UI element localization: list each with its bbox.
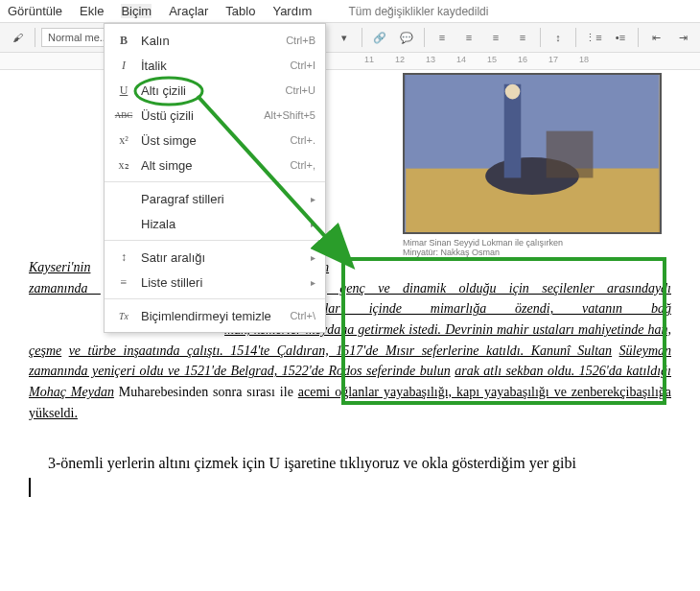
ruler-mark: 13 [426, 55, 435, 64]
menu-item-label: Alt simge [141, 158, 290, 173]
line-spacing-icon[interactable]: ↕ [547, 26, 570, 49]
ruler-mark: 17 [548, 55, 558, 64]
ruler-mark: 14 [456, 55, 466, 64]
bulleted-list-icon[interactable]: •≡ [609, 26, 632, 49]
image-caption: Mimar Sinan Seyyid Lokman ile çalışırken… [403, 236, 662, 259]
svg-rect-0 [406, 75, 659, 169]
menu-item-shortcut: Ctrl+, [290, 159, 315, 171]
menu-item-label: İtalik [141, 59, 290, 73]
menu-item-icon: x² [114, 133, 133, 148]
menubar: Görüntüle Ekle Biçim Araçlar Tablo Yardı… [0, 0, 700, 22]
ruler-mark: 11 [364, 55, 374, 64]
menu-item-shortcut: Ctrl+\ [290, 310, 315, 321]
align-right-icon[interactable]: ≡ [484, 26, 507, 49]
menu-item-label: Paragraf stilleri [141, 192, 305, 206]
submenu-arrow-icon: ▸ [311, 219, 315, 229]
format-dropdown: BKalınCtrl+BIİtalikCtrl+IUAltı çiziliCtr… [104, 23, 326, 333]
outdent-icon[interactable]: ⇤ [644, 26, 667, 49]
highlight-color-icon[interactable]: ▾ [333, 26, 356, 49]
ruler-mark: 18 [579, 55, 589, 64]
menu-item-label: Üstü çizili [141, 108, 264, 123]
numbered-list-icon[interactable]: ⋮≡ [582, 26, 605, 49]
ruler-mark: 12 [395, 55, 405, 64]
menu-item-label: Hizala [141, 217, 305, 231]
menu-divider [105, 298, 325, 299]
menu-insert[interactable]: Ekle [80, 4, 104, 18]
menu-format[interactable]: Biçim [121, 4, 152, 18]
menu-item-satır-aralığı[interactable]: ↕Satır aralığı▸ [105, 245, 325, 270]
menu-item-shortcut: Ctrl+B [286, 35, 315, 46]
menu-item-label: Altı çizili [141, 83, 286, 98]
menu-item-label: Satır aralığı [141, 250, 305, 265]
text-cursor [29, 478, 31, 497]
miniature-illustration [405, 75, 660, 232]
menu-item-icon: x₂ [114, 158, 133, 173]
submenu-arrow-icon: ▸ [311, 252, 315, 263]
menu-view[interactable]: Görüntüle [8, 4, 62, 18]
menu-item-shortcut: Ctrl+I [290, 59, 315, 71]
menu-item-icon: ABC [114, 110, 133, 120]
menu-item-shortcut: Alt+Shift+5 [264, 109, 315, 121]
menu-item-liste-stilleri[interactable]: ≡Liste stilleri▸ [105, 270, 325, 295]
link-icon[interactable]: 🔗 [368, 26, 391, 49]
menu-table[interactable]: Tablo [225, 4, 255, 18]
menu-item-paragraf-stilleri[interactable]: Paragraf stilleri▸ [105, 186, 325, 211]
menu-item-kalın[interactable]: BKalınCtrl+B [105, 28, 325, 53]
menu-item-icon: I [114, 59, 133, 73]
svg-rect-5 [547, 131, 594, 178]
menu-item-label: Kalın [141, 34, 286, 48]
menu-item-hizala[interactable]: Hizala▸ [105, 211, 325, 236]
menu-item-label: Üst simge [141, 133, 290, 148]
menu-item-icon: ↕ [114, 250, 133, 265]
menu-item-icon: U [114, 83, 133, 98]
menu-item-shortcut: Ctrl+. [290, 134, 315, 146]
menu-tools[interactable]: Araçlar [169, 4, 208, 18]
save-status: Tüm değişiklikler kaydedildi [348, 5, 488, 18]
menu-item-icon: Tx [114, 311, 133, 321]
menu-item-biçimlendirmeyi-temizle[interactable]: TxBiçimlendirmeyi temizleCtrl+\ [105, 303, 325, 328]
submenu-arrow-icon: ▸ [311, 194, 315, 204]
comment-icon[interactable]: 💬 [395, 26, 418, 49]
submenu-arrow-icon: ▸ [311, 277, 315, 288]
menu-item-icon: B [114, 34, 133, 48]
align-center-icon[interactable]: ≡ [457, 26, 480, 49]
align-justify-icon[interactable]: ≡ [511, 26, 534, 49]
menu-divider [105, 240, 325, 241]
menu-item-label: Liste stilleri [141, 275, 305, 290]
menu-item-shortcut: Ctrl+U [286, 84, 315, 96]
document-paragraph-2[interactable]: 3-önemli yerlerin altını çizmek için U i… [48, 449, 662, 478]
menu-item-label: Biçimlendirmeyi temizle [141, 309, 290, 323]
menu-item-üst-simge[interactable]: x²Üst simgeCtrl+. [105, 128, 325, 153]
align-left-icon[interactable]: ≡ [431, 26, 454, 49]
menu-item-üstü-çizili[interactable]: ABCÜstü çiziliAlt+Shift+5 [105, 103, 325, 128]
indent-icon[interactable]: ⇥ [671, 26, 694, 49]
menu-item-alt-simge[interactable]: x₂Alt simgeCtrl+, [105, 153, 325, 177]
menu-divider [105, 181, 325, 182]
document-image [403, 73, 662, 234]
svg-point-4 [505, 84, 521, 100]
menu-help[interactable]: Yardım [272, 4, 312, 18]
menu-item-icon: ≡ [114, 275, 133, 290]
ruler-mark: 15 [487, 55, 497, 64]
menu-item-altı-çizili[interactable]: UAltı çiziliCtrl+U [105, 78, 325, 103]
ruler-mark: 16 [518, 55, 527, 64]
paint-format-icon[interactable]: 🖌 [6, 26, 29, 49]
menu-item-i̇talik[interactable]: IİtalikCtrl+I [105, 53, 325, 78]
